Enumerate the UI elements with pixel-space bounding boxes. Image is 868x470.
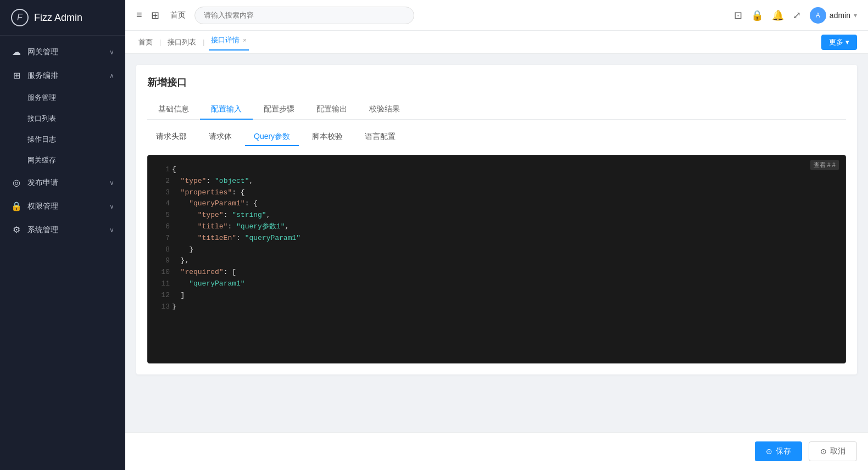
tab-basic-info[interactable]: 基础信息 [147, 100, 200, 120]
tab-request-body[interactable]: 请求体 [200, 128, 241, 146]
breadcrumb-tab-label: 接口详情 [211, 35, 240, 45]
sidebar-item-label-orchestration: 服务编排 [27, 71, 58, 81]
sidebar-item-api-list[interactable]: 接口列表 [27, 108, 125, 129]
user-menu[interactable]: A admin ▾ [810, 7, 857, 24]
tab-lang-config[interactable]: 语言配置 [356, 128, 404, 146]
user-dropdown-arrow: ▾ [854, 12, 857, 19]
sidebar-item-operation-log[interactable]: 操作日志 [27, 129, 125, 150]
tab-query-params[interactable]: Query参数 [245, 128, 299, 146]
more-button-arrow: ▾ [845, 38, 849, 46]
topbar-home-link[interactable]: 首页 [170, 10, 186, 20]
chevron-down-icon-publish: ∨ [109, 179, 114, 187]
apps-grid-icon[interactable]: ⊞ [151, 9, 159, 21]
cancel-icon: ⊙ [820, 447, 827, 456]
sidebar-item-gateway-cache[interactable]: 网关缓存 [27, 150, 125, 171]
more-button[interactable]: 更多 ▾ [821, 35, 857, 50]
page-content: 新增接口 基础信息 配置输入 配置步骤 配置输出 校验结果 [125, 54, 868, 432]
menu-toggle-icon[interactable]: ≡ [136, 9, 142, 21]
orchestration-icon: ⊞ [11, 70, 22, 81]
code-line: 9 }, [157, 255, 837, 267]
chevron-down-icon: ∨ [109, 48, 114, 56]
save-label: 保存 [776, 446, 791, 456]
code-line: 12 ] [157, 290, 837, 301]
sidebar-item-label-permission: 权限管理 [27, 202, 58, 211]
more-button-label: 更多 [829, 37, 843, 47]
gateway-icon: ☁ [11, 47, 22, 57]
sidebar-item-permission[interactable]: 🔒 权限管理 ∨ [0, 194, 125, 218]
chevron-down-icon-permission: ∨ [109, 203, 114, 210]
monitor-icon[interactable]: ⊡ [734, 9, 742, 21]
footer-buttons: ⊙ 保存 ⊙ 取消 [125, 432, 868, 470]
breadcrumb-api-list[interactable]: 接口列表 [165, 37, 198, 47]
sidebar-nav: ☁ 网关管理 ∨ ⊞ 服务编排 ∧ 服务管理 接口列表 操作日志 网关缓存 [0, 36, 125, 470]
code-line: 10 "required": [ [157, 267, 837, 278]
sidebar-item-label-system: 系统管理 [27, 225, 58, 235]
editor-toolbar: 查看 # # [810, 160, 839, 170]
save-button[interactable]: ⊙ 保存 [755, 441, 802, 461]
code-line: 7 "titleEn": "queryParam1" [157, 233, 837, 244]
code-line: 5 "type": "string", [157, 210, 837, 221]
lock-icon: 🔒 [11, 201, 22, 211]
code-line: 13 } [157, 301, 837, 313]
sidebar-item-service-orchestration[interactable]: ⊞ 服务编排 ∧ [0, 64, 125, 87]
bell-icon[interactable]: 🔔 [772, 9, 784, 21]
app-title: Fizz Admin [34, 12, 82, 24]
breadcrumb-home[interactable]: 首页 [136, 37, 155, 47]
main-content: ≡ ⊞ 首页 ⊡ 🔒 🔔 ⤢ A admin ▾ 首页 | 接口列表 | 接口详… [125, 0, 868, 470]
cancel-button[interactable]: ⊙ 取消 [809, 441, 857, 461]
tab-script-validate[interactable]: 脚本校验 [303, 128, 352, 146]
sidebar-item-gateway[interactable]: ☁ 网关管理 ∨ [0, 40, 125, 64]
tab-validate-result[interactable]: 校验结果 [358, 100, 411, 120]
logo-icon: F [11, 9, 29, 26]
breadcrumb-bar: 首页 | 接口列表 | 接口详情 × 更多 ▾ [125, 31, 868, 54]
sub-tabs: 请求头部 请求体 Query参数 脚本校验 语言配置 [147, 128, 846, 146]
chevron-down-icon-system: ∨ [109, 226, 114, 234]
sidebar-item-service-management[interactable]: 服务管理 [27, 87, 125, 108]
code-line: 1 { [157, 164, 837, 176]
tab-config-input[interactable]: 配置输入 [200, 100, 253, 120]
editor-view-button[interactable]: 查看 # # [810, 160, 839, 170]
gear-icon: ⚙ [11, 225, 22, 235]
code-editor[interactable]: 查看 # # 1 { 2 "type": "object", 3 "proper… [147, 155, 846, 363]
sidebar-item-system[interactable]: ⚙ 系统管理 ∨ [0, 218, 125, 242]
tab-config-output[interactable]: 配置输出 [305, 100, 358, 120]
cancel-label: 取消 [830, 446, 845, 456]
page-card: 新增接口 基础信息 配置输入 配置步骤 配置输出 校验结果 [136, 65, 857, 374]
sidebar-logo: F Fizz Admin [0, 0, 125, 36]
code-line: 2 "type": "object", [157, 176, 837, 187]
fullscreen-icon[interactable]: ⤢ [793, 9, 801, 21]
sidebar-sub-items: 服务管理 接口列表 操作日志 网关缓存 [0, 87, 125, 171]
page-title: 新增接口 [147, 76, 846, 89]
search-input[interactable] [194, 7, 414, 24]
close-tab-icon[interactable]: × [243, 37, 246, 43]
breadcrumb-tab-api-detail[interactable]: 接口详情 × [209, 35, 248, 51]
code-line: 4 "queryParam1": { [157, 198, 837, 210]
code-line: 6 "title": "query参数1", [157, 221, 837, 233]
tab-config-steps[interactable]: 配置步骤 [253, 100, 305, 120]
code-line: 8 } [157, 244, 837, 256]
topbar: ≡ ⊞ 首页 ⊡ 🔒 🔔 ⤢ A admin ▾ [125, 0, 868, 31]
sidebar-item-label-publish: 发布申请 [27, 178, 58, 188]
code-line: 11 "queryParam1" [157, 278, 837, 290]
top-tabs: 基础信息 配置输入 配置步骤 配置输出 校验结果 [147, 100, 846, 120]
chevron-up-icon: ∧ [109, 72, 114, 80]
shield-icon[interactable]: 🔒 [751, 9, 763, 21]
topbar-right: ⊡ 🔒 🔔 ⤢ A admin ▾ [734, 7, 857, 24]
username-label: admin [830, 11, 850, 20]
publish-icon: ◎ [11, 177, 22, 188]
sidebar: F Fizz Admin ☁ 网关管理 ∨ ⊞ 服务编排 ∧ 服务管理 接口列表 [0, 0, 125, 470]
sidebar-item-label-gateway: 网关管理 [27, 47, 58, 57]
avatar: A [810, 7, 826, 24]
code-line: 3 "properties": { [157, 187, 837, 199]
tab-request-header[interactable]: 请求头部 [147, 128, 196, 146]
sidebar-item-publish-apply[interactable]: ◎ 发布申请 ∨ [0, 171, 125, 194]
save-icon: ⊙ [766, 447, 772, 456]
